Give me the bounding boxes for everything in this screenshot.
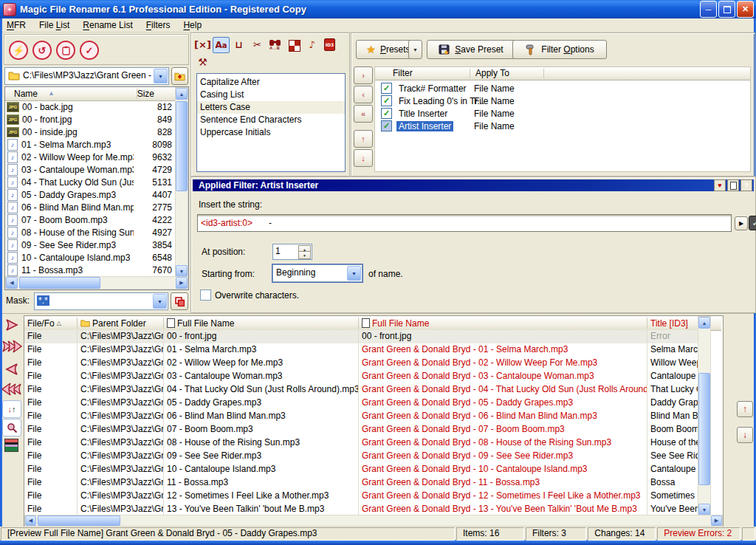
category-item[interactable]: Letters Case [197,101,345,114]
category-item[interactable]: Uppercase Initials [197,126,345,139]
mask-dropdown-arrow[interactable]: ▼ [153,294,167,309]
apply-to-column-header[interactable]: Apply To [470,67,509,80]
lightning-icon[interactable]: ⚡ [9,41,28,60]
file-list-item[interactable]: ♪02 - Willow Weep for Me.mp39632 [5,151,175,163]
move-filter-down-button[interactable]: ↓ [354,149,373,167]
validate-button[interactable]: ✓ [749,216,756,230]
path-combobox[interactable]: C:\Files\MP3\Jazz\Grant Green - 196 ▼ [4,67,169,85]
new-document-button[interactable] [727,179,739,191]
file-list-item[interactable]: ♪06 - Blind Man Blind Man.mp32775 [5,201,175,213]
scroll-left-arrow[interactable]: ◀ [25,515,36,526]
save-preset-button[interactable]: ★ Save Preset [427,40,515,59]
file-list-item[interactable]: ♪05 - Daddy Grapes.mp34407 [5,188,175,201]
filter-options-button[interactable]: Filter Options [512,40,607,59]
preview-row[interactable]: FileC:\Files\MP3\Jazz\Gr12 - Sometimes I… [24,490,709,504]
menu-help[interactable]: Help [176,19,208,31]
category-item[interactable]: Casing List [197,89,345,101]
full-file-name-column-header[interactable]: Full File Name [164,316,360,330]
music-note-icon[interactable]: ♪ [304,37,320,52]
preview-all-button[interactable] [1,338,22,354]
file-list-item[interactable]: JPG00 - front.jpg849 [5,113,175,126]
favorite-heart-button[interactable]: ♥ [714,179,726,191]
parent-folder-column-header[interactable]: Parent Folder [78,316,165,330]
menu-rename-list[interactable]: Rename List [76,19,139,31]
file-list-item[interactable]: ♪01 - Selma March.mp38098 [5,138,175,151]
scroll-thumb[interactable] [698,373,710,485]
row-down-button[interactable]: ↓ [737,427,753,443]
header-separator[interactable] [543,69,544,78]
minimize-button[interactable]: ─ [700,1,717,18]
file-folder-column-header[interactable]: File/Fo△ [24,316,78,330]
menu-filters[interactable]: Filters [140,19,177,31]
title-bar[interactable]: ✶ Magic File Renamer 6.1 Professional Ed… [0,0,756,18]
mask-combobox[interactable]: *.* ▼ [34,292,168,310]
path-dropdown-arrow[interactable]: ▼ [154,69,168,83]
library-icon[interactable] [4,439,18,452]
up-folder-button[interactable] [171,67,188,85]
preview-vscrollbar[interactable]: ▲ ▼ [698,316,711,516]
menu-mfr[interactable]: MFR [0,19,32,31]
scroll-right-arrow[interactable]: ▶ [176,277,188,289]
scroll-up-arrow[interactable]: ▲ [698,317,710,329]
letter-case-icon[interactable]: Aa [213,37,230,53]
new-full-file-name-column-header[interactable]: Full File Name [359,316,649,330]
filter-queue-row[interactable]: ✓Artist InserterFile Name [375,120,750,132]
preview-row[interactable]: FileC:\Files\MP3\Jazz\Gr09 - See See Rid… [24,450,709,464]
insert-string-input[interactable]: <id3-artist:0> - [197,214,732,232]
add-filter-button[interactable]: › [354,66,373,84]
brackets-icon[interactable]: [×] [195,37,210,52]
search-button[interactable] [2,419,21,436]
file-list-item[interactable]: ♪07 - Boom Boom.mp34222 [5,213,175,226]
starting-from-dropdown-arrow[interactable]: ▼ [347,266,361,281]
scroll-left-arrow[interactable]: ◀ [6,277,18,289]
preview-row[interactable]: FileC:\Files\MP3\Jazz\Gr03 - Cantaloupe … [24,370,709,384]
scroll-thumb[interactable] [176,101,188,191]
scroll-thumb[interactable] [38,515,120,526]
category-item[interactable]: Capitalize After [197,76,345,89]
filter-column-header[interactable]: Filter [387,67,413,80]
file-list-vscrollbar[interactable]: ▲ ▼ [175,87,188,278]
scroll-up-arrow[interactable]: ▲ [176,88,188,100]
apply-check-icon[interactable]: ✓ [80,41,99,60]
file-list-header[interactable]: Name ▲ Size [5,87,175,101]
file-list-item[interactable]: ♪08 - House of the Rising Sun....4927 [5,226,175,239]
preview-row[interactable]: FileC:\Files\MP3\Jazz\Gr05 - Daddy Grape… [24,397,709,411]
tools-icon[interactable]: ⚒ [195,55,210,69]
close-button[interactable]: ✕ [737,1,754,18]
presets-dropdown-button[interactable]: ▼ [408,40,422,59]
preview-row[interactable]: FileC:\Files\MP3\Jazz\Gr02 - Willow Weep… [24,357,709,371]
move-filter-up-button[interactable]: ↑ [354,130,373,148]
restore-button[interactable] [718,1,735,18]
restore-single-button[interactable] [3,362,21,377]
preview-row[interactable]: FileC:\Files\MP3\Jazz\Gr11 - Bossa.mp3Gr… [24,476,709,490]
scroll-down-arrow[interactable]: ▼ [698,504,710,515]
file-list-item[interactable]: ♪10 - Cantaloupe Island.mp36548 [5,251,175,264]
insert-tag-menu-button[interactable]: ▶ [735,216,748,230]
preview-row[interactable]: FileC:\Files\MP3\Jazz\Gr01 - Selma March… [24,343,709,357]
scroll-down-arrow[interactable]: ▼ [176,265,188,277]
filter-queue-row[interactable]: ✓Title InserterFile Name [375,107,750,120]
preview-row[interactable]: FileC:\Files\MP3\Jazz\Gr07 - Boom Boom.m… [24,423,709,437]
starting-from-combobox[interactable]: Beginning ▼ [272,264,362,282]
file-list-item[interactable]: ♪11 - Bossa.mp37670 [5,264,175,276]
row-up-button[interactable]: ↑ [737,401,753,417]
overwrite-checkbox[interactable] [200,289,211,301]
undo-icon[interactable]: ↺ [32,41,52,60]
preview-row[interactable]: FileC:\Files\MP3\Jazz\Gr10 - Cantaloupe … [24,463,709,477]
sort-button[interactable]: ↓↑ [2,400,21,418]
file-list-item[interactable]: JPG00 - inside.jpg828 [5,126,175,138]
cut-icon[interactable]: ✂ [250,37,265,52]
preview-row[interactable]: FileC:\Files\MP3\Jazz\Gr00 - front.jpg00… [24,330,709,344]
find-replace-icon[interactable]: A→B [267,37,283,52]
category-item[interactable]: Sentence End Characters [197,114,345,126]
file-list-item[interactable]: JPG00 - back.jpg812 [5,100,175,113]
filter-queue-row[interactable]: ✓Track# FormatterFile Name [375,82,750,95]
preview-row[interactable]: FileC:\Files\MP3\Jazz\Gr06 - Blind Man B… [24,410,709,424]
file-list-item[interactable]: ♪04 - That Lucky Old Sun (Jus...5131 [5,176,175,188]
remove-filter-button[interactable]: ‹ [354,86,373,103]
preview-single-button[interactable] [3,318,21,332]
file-list-item[interactable]: ♪03 - Cantaloupe Woman.mp34729 [5,163,175,176]
mask-apply-button[interactable] [171,292,188,310]
at-position-spinner[interactable]: 1 ▲ ▼ [272,244,312,260]
file-list-hscrollbar[interactable]: ◀ ▶ [5,276,188,289]
